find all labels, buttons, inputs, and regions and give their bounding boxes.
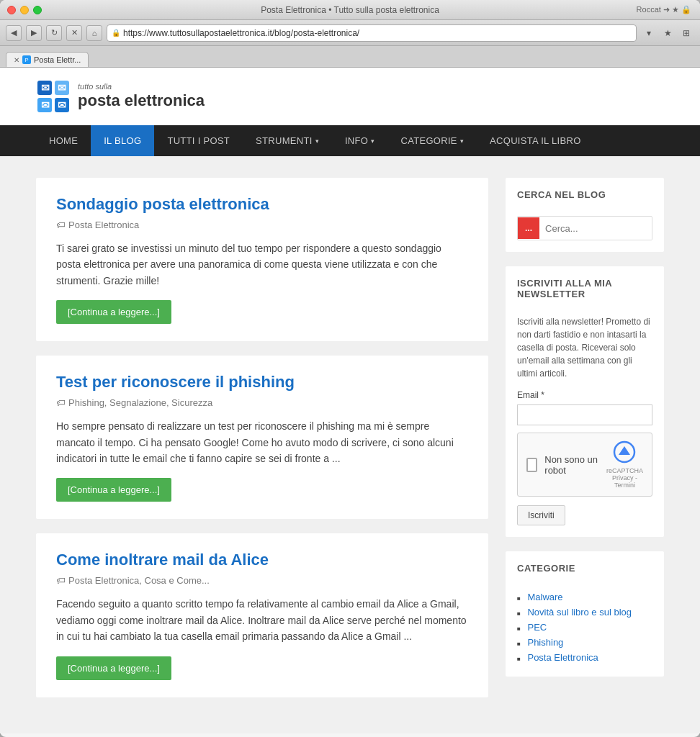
newsletter-description: Iscriviti alla newsletter! Prometto di n…	[517, 315, 652, 380]
site-header: ✉ ✉ ✉ ✉ tutto sulla posta elettronica	[0, 68, 700, 125]
window-controls	[7, 6, 42, 14]
browser-toolbar: ◀ ▶ ↻ ✕ ⌂ 🔒 https://www.tuttosullapostae…	[0, 20, 700, 46]
nav-info[interactable]: INFO ▾	[332, 125, 388, 156]
page-title: Posta Elettronica • Tutto sulla posta el…	[261, 5, 439, 15]
categories-widget-title: CATEGORIE	[517, 563, 652, 579]
website-content: ✉ ✉ ✉ ✉ tutto sulla posta elettronica HO…	[0, 68, 700, 733]
post-excerpt-1: Ti sarei grato se investissi un minuto d…	[56, 240, 468, 289]
category-item-malware: Malware	[517, 589, 652, 605]
active-tab[interactable]: ✕ P Posta Elettr...	[6, 52, 89, 67]
search-input[interactable]	[539, 217, 652, 240]
recaptcha-checkbox[interactable]	[526, 458, 537, 472]
refresh-button[interactable]: ↻	[46, 25, 62, 41]
search-widget: CERCA NEL BLOG ... 🔍	[506, 178, 664, 252]
logo-svg-icon: ✉ ✉ ✉ ✉	[36, 79, 71, 114]
svg-text:✉: ✉	[58, 82, 66, 94]
logo-tutto: tutto sulla	[78, 82, 205, 91]
tab-label: Posta Elettr...	[34, 55, 81, 64]
sidebar: CERCA NEL BLOG ... 🔍 ISCRIVITI ALLA MIA …	[506, 178, 664, 712]
post-card-2: Test per riconoscere il phishing 🏷 Phish…	[36, 356, 488, 519]
category-link-novita[interactable]: Novità sul libro e sul blog	[527, 607, 632, 618]
nav-blog[interactable]: IL BLOG	[91, 125, 154, 156]
post-tags-2: 🏷 Phishing, Segnalazione, Sicurezza	[56, 397, 468, 408]
search-bar: ... 🔍	[517, 216, 652, 240]
home-button[interactable]: ⌂	[86, 25, 102, 41]
recaptcha-box: Non sono un robot reCAPTCHA Privacy - Te…	[517, 433, 652, 497]
post-title-2[interactable]: Test per riconoscere il phishing	[56, 373, 468, 392]
newsletter-widget: ISCRIVITI ALLA MIA NEWSLETTER Iscriviti …	[506, 266, 664, 537]
categories-list: Malware Novità sul libro e sul blog PEC …	[517, 589, 652, 665]
read-more-btn-2[interactable]: [Continua a leggere...]	[56, 478, 171, 502]
toolbar-right: ▾ ★ ⊞	[641, 25, 694, 41]
nav-home[interactable]: HOME	[36, 125, 91, 156]
nav-info-arrow: ▾	[371, 137, 374, 145]
svg-text:✉: ✉	[41, 82, 50, 94]
category-item-posta: Posta Elettronica	[517, 650, 652, 665]
post-tags-3: 🏷 Posta Elettronica, Cosa e Come...	[56, 575, 468, 586]
recaptcha-text: reCAPTCHA Privacy - Termini	[606, 467, 643, 489]
category-item-phishing: Phishing	[517, 635, 652, 650]
logo-main: posta elettronica	[78, 91, 205, 110]
newsletter-widget-title: ISCRIVITI ALLA MIA NEWSLETTER	[517, 278, 652, 305]
search-widget-title: CERCA NEL BLOG	[517, 189, 652, 206]
nav-all-posts[interactable]: TUTTI I POST	[154, 125, 243, 156]
nav-categories[interactable]: CATEGORIE ▾	[387, 125, 477, 156]
bookmark-icon[interactable]: ★	[660, 25, 676, 41]
close-tab-button[interactable]: ✕	[66, 25, 82, 41]
category-link-pec[interactable]: PEC	[527, 622, 547, 633]
posts-area: Sondaggio posta elettronica 🏷 Posta Elet…	[36, 178, 488, 712]
forward-button[interactable]: ▶	[26, 25, 42, 41]
subscribe-button[interactable]: Iscriviti	[517, 505, 565, 525]
nav-bar: HOME IL BLOG TUTTI I POST STRUMENTI ▾ IN…	[0, 125, 700, 156]
nav-tools[interactable]: STRUMENTI ▾	[243, 125, 332, 156]
post-title-3[interactable]: Come inoltrare mail da Alice	[56, 551, 468, 569]
tab-close-icon[interactable]: ✕	[14, 56, 19, 64]
main-content: Sondaggio posta elettronica 🏷 Posta Elet…	[0, 156, 700, 733]
minimize-window-btn[interactable]	[20, 6, 29, 14]
category-link-posta[interactable]: Posta Elettronica	[527, 652, 598, 663]
close-window-btn[interactable]	[7, 6, 16, 14]
post-card-1: Sondaggio posta elettronica 🏷 Posta Elet…	[36, 178, 488, 341]
category-item-novita: Novità sul libro e sul blog	[517, 605, 652, 620]
address-bar[interactable]: 🔒 https://www.tuttosullapostaelettronica…	[107, 24, 637, 42]
post-card-3: Come inoltrare mail da Alice 🏷 Posta Ele…	[36, 533, 488, 697]
site-logo[interactable]: ✉ ✉ ✉ ✉ tutto sulla posta elettronica	[36, 79, 205, 114]
back-button[interactable]: ◀	[6, 25, 22, 41]
email-label: Email *	[517, 390, 652, 400]
lock-icon: 🔒	[112, 29, 120, 37]
tab-favicon: P	[22, 55, 31, 64]
browser-titlebar: Posta Elettronica • Tutto sulla posta el…	[0, 0, 700, 20]
read-more-btn-1[interactable]: [Continua a leggere...]	[56, 300, 171, 324]
grid-icon[interactable]: ⊞	[678, 25, 694, 41]
post-tags-1: 🏷 Posta Elettronica	[56, 220, 468, 230]
tab-bar: ✕ P Posta Elettr...	[0, 46, 700, 68]
svg-text:✉: ✉	[58, 99, 66, 111]
category-link-malware[interactable]: Malware	[527, 592, 562, 602]
search-prefix: ...	[518, 217, 539, 239]
tag-icon-2: 🏷	[56, 397, 66, 408]
email-input[interactable]	[517, 404, 652, 425]
browser-window: Posta Elettronica • Tutto sulla posta el…	[0, 0, 700, 737]
recaptcha-logo: reCAPTCHA Privacy - Termini	[606, 440, 643, 489]
browser-extension-label: Roccat ➜ ★ 🔒	[637, 5, 691, 14]
url-text: https://www.tuttosullapostaelettronica.i…	[123, 28, 632, 38]
nav-categories-arrow: ▾	[460, 137, 464, 145]
tag-icon-3: 🏷	[56, 575, 66, 586]
post-title-1[interactable]: Sondaggio posta elettronica	[56, 195, 468, 214]
post-excerpt-3: Facendo seguito a quanto scritto tempo f…	[56, 596, 468, 644]
maximize-window-btn[interactable]	[33, 6, 42, 14]
categories-widget: CATEGORIE Malware Novità sul libro e sul…	[506, 551, 664, 677]
logo-text: tutto sulla posta elettronica	[78, 82, 205, 111]
post-excerpt-2: Ho sempre pensato di realizzare un test …	[56, 418, 468, 466]
category-link-phishing[interactable]: Phishing	[527, 637, 563, 648]
category-item-pec: PEC	[517, 620, 652, 635]
recaptcha-label: Non sono un robot	[544, 454, 599, 476]
arrow-down-icon[interactable]: ▾	[641, 25, 657, 41]
svg-text:✉: ✉	[41, 99, 50, 111]
nav-tools-arrow: ▾	[315, 137, 319, 145]
recaptcha-logo-icon	[606, 440, 643, 467]
tag-icon-1: 🏷	[56, 220, 66, 230]
nav-buy-book[interactable]: ACQUISTA IL LIBRO	[477, 125, 593, 156]
read-more-btn-3[interactable]: [Continua a leggere...]	[56, 656, 171, 680]
